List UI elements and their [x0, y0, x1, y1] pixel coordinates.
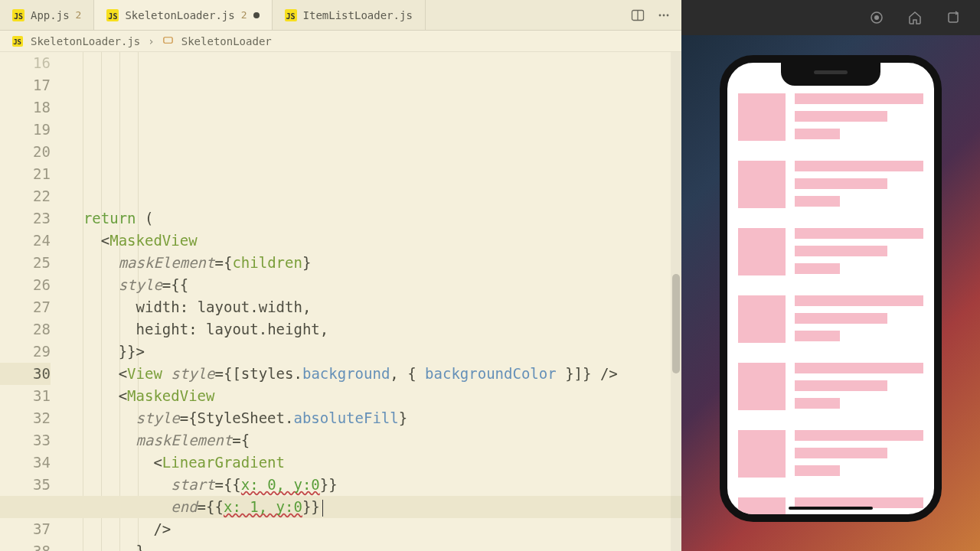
home-indicator [789, 507, 873, 510]
svg-point-4 [667, 14, 669, 16]
skeleton-row [738, 295, 923, 343]
svg-point-2 [659, 14, 662, 16]
tab-label: ItemListLoader.js [303, 9, 413, 21]
breadcrumb-file: SkeletonLoader.js [31, 35, 140, 47]
screenshot-icon[interactable] [868, 9, 885, 26]
tab-app-js[interactable]: JS App.js 2 [0, 0, 94, 30]
scrollbar-thumb[interactable] [672, 274, 680, 373]
js-file-icon: JS [106, 9, 119, 21]
js-file-icon: JS [12, 9, 24, 21]
tab-itemlistloader-js[interactable]: JS ItemListLoader.js [273, 0, 426, 30]
editor-pane: JS App.js 2 JS SkeletonLoader.js 2 JS It… [0, 0, 681, 551]
code-editor[interactable]: 1617181920212223242526272829303132333435… [0, 52, 681, 551]
svg-point-3 [663, 14, 665, 16]
home-icon[interactable] [906, 9, 923, 26]
rotate-icon[interactable] [945, 9, 962, 26]
skeleton-row [738, 497, 923, 514]
breadcrumb-symbol: SkeletonLoader [181, 35, 272, 47]
phone-speaker [814, 70, 848, 74]
simulator-pane [681, 0, 980, 551]
svg-point-7 [874, 15, 879, 20]
chevron-right-icon: › [148, 35, 154, 47]
tab-bar: JS App.js 2 JS SkeletonLoader.js 2 JS It… [0, 0, 681, 31]
scrollbar-vertical[interactable] [671, 52, 681, 551]
tab-skeletonloader-js[interactable]: JS SkeletonLoader.js 2 [94, 0, 272, 30]
skeleton-row [738, 363, 923, 410]
tab-label: SkeletonLoader.js [125, 9, 234, 21]
dirty-indicator-icon [253, 12, 260, 18]
skeleton-row [738, 93, 923, 141]
skeleton-row [738, 228, 923, 276]
tab-actions [620, 0, 681, 30]
tab-label: App.js [31, 9, 70, 21]
line-gutter: 1617181920212223242526272829303132333435… [0, 52, 66, 551]
breadcrumb[interactable]: JS SkeletonLoader.js › SkeletonLoader [0, 31, 681, 52]
tab-badge: 2 [241, 9, 247, 21]
skeleton-row [738, 430, 923, 478]
phone-frame [720, 55, 942, 522]
code-content[interactable]: return ( <MaskedView maskElement={childr… [66, 52, 681, 551]
symbol-variable-icon [162, 34, 174, 48]
skeleton-row [738, 161, 923, 208]
js-file-icon: JS [285, 9, 297, 21]
split-editor-icon[interactable] [631, 8, 645, 22]
more-icon[interactable] [657, 8, 671, 22]
js-file-icon: JS [12, 36, 23, 47]
phone-screen[interactable] [727, 63, 934, 514]
simulator-toolbar [681, 0, 980, 35]
svg-rect-5 [164, 37, 172, 43]
phone-notch [781, 63, 880, 86]
tab-badge: 2 [76, 9, 82, 21]
